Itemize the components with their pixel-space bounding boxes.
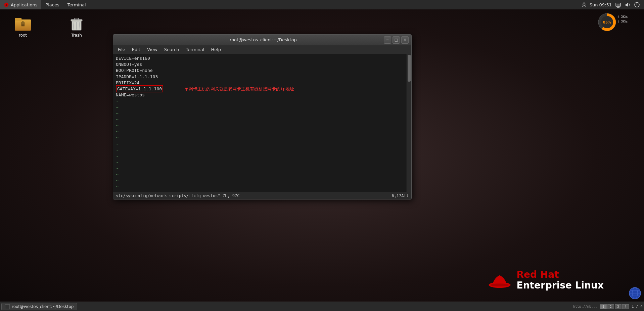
- taskbar-pager-label: 1 / 4: [632, 304, 643, 309]
- term-line-bootproto: BOOTPROTO=none: [116, 68, 404, 74]
- term-tilde-3: ~: [116, 110, 404, 117]
- term-tilde-5: ~: [116, 123, 404, 129]
- redhat-icon: [4, 2, 9, 7]
- term-line-ipaddr: IPADDR=1.1.1.103: [116, 74, 404, 80]
- taskbar-item-icon: [5, 304, 10, 309]
- term-line-name: NAME=westos: [116, 92, 404, 98]
- term-tilde-14: ~: [116, 178, 404, 184]
- term-tilde-6: ~: [116, 129, 404, 135]
- term-tilde-10: ~: [116, 153, 404, 159]
- terminal-title: root@westos_client:~/Desktop: [143, 37, 384, 42]
- clock: Sun 09:51: [590, 2, 612, 7]
- minimize-button[interactable]: ─: [384, 36, 391, 44]
- terminal-controls: ─ □ ✕: [384, 36, 409, 44]
- terminal-menu[interactable]: Terminal: [63, 0, 90, 9]
- statusbar-filename: <tc/sysconfig/network-scripts/ifcfg-west…: [116, 193, 392, 198]
- gateway-highlight: GATEWAY=1.1.1.100: [116, 85, 163, 92]
- trash-icon[interactable]: Trash: [67, 14, 86, 39]
- term-tilde-12: ~: [116, 165, 404, 171]
- trash-image: [68, 15, 85, 32]
- term-tilde-1: ~: [116, 98, 404, 104]
- terminal-statusbar: <tc/sysconfig/network-scripts/ifcfg-west…: [113, 192, 411, 199]
- menu-help[interactable]: Help: [208, 45, 224, 54]
- taskbar-pager: 1 2 3 4: [600, 304, 629, 309]
- redhat-text: Red Hat Enterprise Linux: [517, 269, 604, 291]
- scrollbar-thumb: [408, 55, 411, 82]
- term-tilde-4: ~: [116, 117, 404, 123]
- lang-indicator: 英: [582, 2, 586, 8]
- term-line-device: DEVICE=ens160: [116, 55, 404, 61]
- redhat-logo-image: [488, 270, 511, 290]
- pager-4[interactable]: 4: [622, 304, 629, 309]
- volume-icon[interactable]: [625, 2, 631, 8]
- terminal-scrollbar[interactable]: [407, 54, 411, 192]
- globe-icon[interactable]: [629, 287, 641, 300]
- network-monitor-widget[interactable]: 85% ↑ OK/s ↓ OK/s: [598, 12, 628, 32]
- close-button[interactable]: ✕: [401, 36, 409, 44]
- terminal-titlebar: root@westos_client:~/Desktop ─ □ ✕: [113, 35, 411, 45]
- menu-edit[interactable]: Edit: [129, 45, 144, 54]
- svg-rect-4: [616, 4, 620, 6]
- svg-rect-10: [15, 18, 21, 21]
- taskbar-url: http://mb...: [573, 305, 597, 308]
- statusbar-scroll: All: [401, 193, 409, 198]
- gateway-annotation: 单网卡主机的网关就是双网卡主机有线桥接网卡的ip地址: [184, 86, 294, 91]
- trash-icon-label: Trash: [71, 33, 82, 38]
- pager-2[interactable]: 2: [607, 304, 614, 309]
- taskbar: root@westos_client:~/Desktop http://mb..…: [0, 302, 644, 311]
- svg-text:85%: 85%: [603, 20, 611, 24]
- menu-terminal[interactable]: Terminal: [182, 45, 208, 54]
- terminal-menubar: File Edit View Search Terminal Help: [113, 45, 411, 54]
- taskbar-terminal-item[interactable]: root@westos_client:~/Desktop: [1, 303, 77, 310]
- net-stats: ↑ OK/s ↓ OK/s: [617, 15, 628, 24]
- statusbar-position: 6,17: [392, 193, 401, 198]
- svg-point-26: [490, 283, 509, 286]
- terminal-text[interactable]: DEVICE=ens160 ONBOOT=yes BOOTPROTO=none …: [113, 54, 407, 192]
- folder-image: [15, 15, 31, 32]
- pager-1[interactable]: 1: [600, 304, 607, 309]
- taskbar-item-label: root@westos_client:~/Desktop: [12, 304, 74, 309]
- terminal-window: root@westos_client:~/Desktop ─ □ ✕ File …: [113, 34, 412, 199]
- svg-rect-19: [75, 18, 79, 20]
- menu-search[interactable]: Search: [161, 45, 183, 54]
- places-menu[interactable]: Places: [41, 0, 63, 9]
- term-tilde-2: ~: [116, 104, 404, 110]
- redhat-logo: Red Hat Enterprise Linux: [488, 269, 604, 291]
- menu-view[interactable]: View: [144, 45, 161, 54]
- term-line-gateway: GATEWAY=1.1.1.100 单网卡主机的网关就是双网卡主机有线桥接网卡的…: [116, 86, 404, 92]
- root-folder-icon[interactable]: root: [13, 14, 32, 39]
- term-tilde-15: ~: [116, 184, 404, 190]
- term-tilde-9: ~: [116, 147, 404, 153]
- term-line-onboot: ONBOOT=yes: [116, 61, 404, 68]
- top-menubar: Applications Places Terminal 英 Sun 09:51: [0, 0, 644, 9]
- power-icon[interactable]: [634, 2, 640, 8]
- term-tilde-7: ~: [116, 135, 404, 141]
- term-tilde-11: ~: [116, 159, 404, 165]
- svg-rect-13: [22, 25, 24, 27]
- network-icon[interactable]: [615, 2, 621, 8]
- pager-3[interactable]: 3: [615, 304, 622, 309]
- redhat-line2: Enterprise Linux: [517, 280, 604, 291]
- redhat-line1: Red Hat: [517, 269, 604, 280]
- taskbar-right: http://mb... 1 2 3 4 1 / 4: [573, 304, 643, 309]
- menu-file[interactable]: File: [114, 45, 129, 54]
- term-tilde-13: ~: [116, 172, 404, 178]
- svg-marker-5: [626, 2, 628, 7]
- terminal-content: DEVICE=ens160 ONBOOT=yes BOOTPROTO=none …: [113, 54, 411, 192]
- root-icon-label: root: [19, 33, 27, 38]
- applications-menu[interactable]: Applications: [0, 0, 41, 9]
- net-circle: 85% ↑ OK/s ↓ OK/s: [598, 13, 616, 32]
- term-tilde-8: ~: [116, 141, 404, 147]
- maximize-button[interactable]: □: [393, 36, 400, 44]
